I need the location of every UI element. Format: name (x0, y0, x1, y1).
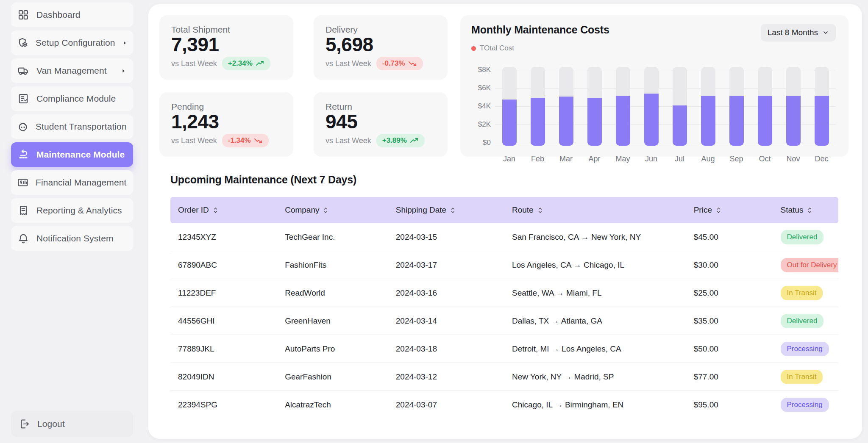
table-row[interactable]: 44556GHIGreenHaven2024-03-14Dallas, TX →… (170, 307, 838, 335)
checklist-icon (17, 92, 30, 105)
chevron-down-icon (822, 29, 829, 36)
cell-order-id: 11223DEF (170, 288, 277, 298)
column-header-order-id[interactable]: Order ID (170, 205, 277, 215)
cell-route: Chicago, IL → Birmingham, EN (504, 400, 686, 410)
column-header-price[interactable]: Price (686, 205, 773, 215)
app-root: DashboardSetup ConfigurationVan Manageme… (0, 0, 868, 443)
bar-fill (815, 96, 829, 146)
column-header-status[interactable]: Status (773, 205, 838, 215)
sidebar-item-student-transportation[interactable]: Student Transportation (11, 114, 133, 139)
table-body: 12345XYZTechGear Inc.2024-03-15San Franc… (170, 223, 838, 419)
bar-dec[interactable]: Dec (815, 58, 829, 151)
sidebar-item-financial-management[interactable]: Financial Management (11, 170, 133, 195)
chart-range-value: Last 8 Months (768, 28, 818, 37)
column-header-shipping-date[interactable]: Shipping Date (388, 205, 504, 215)
top-row: Total Shipment7,391vs Last Week+2.34%Del… (159, 15, 849, 157)
table-row[interactable]: 22394SPGAlcatrazTech2024-03-07Chicago, I… (170, 391, 838, 419)
cell-price: $35.00 (686, 316, 773, 326)
cell-order-id: 67890ABC (170, 260, 277, 270)
cell-shipping-date: 2024-03-16 (388, 288, 504, 298)
cell-shipping-date: 2024-03-18 (388, 344, 504, 354)
stat-card-delivery: Delivery5,698vs Last Week-0.73% (314, 15, 448, 80)
sort-icon (212, 207, 219, 214)
table-row[interactable]: 82049IDNGearFashion2024-03-12New York, N… (170, 363, 838, 391)
sidebar-item-maintenance-module[interactable]: Maintenance Module (11, 142, 133, 167)
shield-gear-icon (17, 36, 29, 49)
table-row[interactable]: 77889JKLAutoParts Pro2024-03-18Detroit, … (170, 335, 838, 363)
sidebar-item-reporting-analytics[interactable]: Reporting & Analytics (11, 198, 133, 223)
bar-apr[interactable]: Apr (587, 58, 602, 151)
x-tick-label: Jan (503, 155, 515, 163)
cell-status: Delivered (773, 314, 838, 328)
child-icon (17, 120, 29, 133)
bar-nov[interactable]: Nov (786, 58, 801, 151)
sidebar-item-van-management[interactable]: Van Management (11, 58, 133, 83)
cell-company: AutoParts Pro (277, 344, 388, 354)
chart-card: Monthly Maintenance Costs Last 8 Months … (460, 15, 849, 157)
bar-fill (758, 96, 772, 146)
stat-value: 945 (326, 110, 436, 133)
bar-may[interactable]: May (616, 58, 630, 151)
bar-aug[interactable]: Aug (701, 58, 715, 151)
sidebar-item-label: Student Transportation (36, 122, 127, 132)
x-tick-label: Oct (759, 155, 771, 163)
cell-order-id: 82049IDN (170, 372, 277, 382)
cell-company: ReadWorld (277, 288, 388, 298)
sidebar-item-label: Van Management (36, 66, 107, 76)
bar-jan[interactable]: Jan (502, 58, 517, 151)
sidebar-item-compliance-module[interactable]: Compliance Module (11, 86, 133, 111)
stat-value: 7,391 (171, 33, 281, 56)
x-tick-label: Sep (729, 155, 743, 163)
bar-jun[interactable]: Jun (644, 58, 659, 151)
main-content: Total Shipment7,391vs Last Week+2.34%Del… (148, 4, 862, 439)
table-row[interactable]: 12345XYZTechGear Inc.2024-03-15San Franc… (170, 223, 838, 251)
stat-delta-badge: +3.89% (376, 134, 425, 147)
logout-icon (19, 418, 31, 430)
sort-icon (807, 207, 813, 214)
sidebar-spacer (11, 254, 133, 411)
sidebar-item-notification-system[interactable]: Notification System (11, 226, 133, 251)
stat-delta-value: +3.89% (382, 136, 407, 145)
stat-compare-label: vs Last Week (326, 136, 371, 145)
cell-shipping-date: 2024-03-14 (388, 316, 504, 326)
bar-mar[interactable]: Mar (559, 58, 573, 151)
cell-price: $50.00 (686, 344, 773, 354)
column-header-route[interactable]: Route (504, 205, 686, 215)
stat-compare-label: vs Last Week (326, 59, 371, 68)
sidebar-item-dashboard[interactable]: Dashboard (11, 3, 133, 27)
sidebar-item-label: Financial Management (36, 177, 126, 188)
bar-oct[interactable]: Oct (758, 58, 772, 151)
bar-feb[interactable]: Feb (531, 58, 545, 151)
sidebar-item-setup-configuration[interactable]: Setup Configuration (11, 30, 133, 55)
bar-jul[interactable]: Jul (673, 58, 687, 151)
cell-route: San Francisco, CA → New York, NY (504, 233, 686, 242)
x-tick-label: Aug (701, 155, 715, 163)
x-tick-label: Apr (588, 155, 600, 163)
cell-route: Seattle, WA → Miami, FL (504, 288, 686, 298)
bar-sep[interactable]: Sep (729, 58, 744, 151)
bar-fill (644, 94, 659, 146)
cell-price: $95.00 (686, 400, 773, 410)
cell-order-id: 12345XYZ (170, 233, 277, 242)
cell-company: AlcatrazTech (277, 400, 388, 410)
table-row[interactable]: 11223DEFReadWorld2024-03-16Seattle, WA →… (170, 279, 838, 307)
sidebar-item-label: Notification System (36, 233, 114, 244)
maintenance-icon (17, 148, 30, 161)
sidebar-item-label: Reporting & Analytics (36, 205, 122, 216)
bar-fill (531, 98, 545, 146)
sort-icon (450, 207, 456, 214)
stats-grid: Total Shipment7,391vs Last Week+2.34%Del… (159, 15, 448, 157)
y-tick-label: $8K (478, 66, 491, 74)
sort-icon (537, 207, 543, 214)
chart-range-dropdown[interactable]: Last 8 Months (761, 24, 836, 42)
logout-button[interactable]: Logout (11, 411, 133, 437)
logout-label: Logout (37, 419, 65, 429)
x-tick-label: Jun (645, 155, 657, 163)
stat-delta-badge: -1.34% (222, 134, 269, 147)
truck-icon (17, 64, 30, 77)
table-row[interactable]: 67890ABCFashionFits2024-03-17Los Angeles… (170, 251, 838, 279)
chart-legend: TOtal Cost (471, 44, 836, 53)
column-header-company[interactable]: Company (277, 205, 388, 215)
cell-order-id: 22394SPG (170, 400, 277, 410)
cell-company: GearFashion (277, 372, 388, 382)
